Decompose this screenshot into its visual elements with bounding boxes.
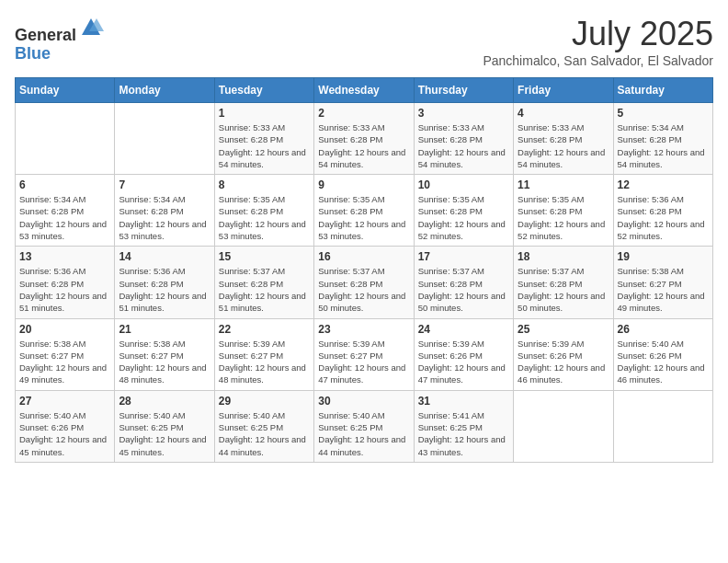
day-number: 23 (318, 323, 409, 336)
calendar-header-sunday: Sunday (16, 78, 115, 103)
calendar-cell: 12Sunrise: 5:36 AM Sunset: 6:28 PM Dayli… (613, 175, 712, 247)
day-detail: Sunrise: 5:39 AM Sunset: 6:27 PM Dayligh… (219, 338, 310, 386)
day-detail: Sunrise: 5:38 AM Sunset: 6:27 PM Dayligh… (119, 338, 210, 386)
calendar-header-friday: Friday (514, 78, 613, 103)
calendar-cell: 1Sunrise: 5:33 AM Sunset: 6:28 PM Daylig… (214, 103, 313, 175)
calendar-week-row: 20Sunrise: 5:38 AM Sunset: 6:27 PM Dayli… (16, 318, 713, 390)
day-detail: Sunrise: 5:40 AM Sunset: 6:26 PM Dayligh… (618, 338, 709, 386)
day-detail: Sunrise: 5:40 AM Sunset: 6:26 PM Dayligh… (19, 409, 110, 458)
calendar-cell (16, 103, 115, 175)
calendar-cell: 19Sunrise: 5:38 AM Sunset: 6:27 PM Dayli… (613, 247, 712, 318)
day-number: 27 (19, 395, 110, 408)
day-number: 5 (618, 107, 709, 120)
day-number: 25 (518, 323, 609, 336)
day-number: 9 (318, 178, 409, 191)
calendar-header-thursday: Thursday (414, 78, 513, 103)
day-detail: Sunrise: 5:35 AM Sunset: 6:28 PM Dayligh… (518, 193, 609, 242)
calendar-header-tuesday: Tuesday (214, 78, 313, 103)
day-detail: Sunrise: 5:33 AM Sunset: 6:28 PM Dayligh… (318, 121, 409, 170)
day-number: 18 (518, 250, 609, 263)
calendar-cell: 18Sunrise: 5:37 AM Sunset: 6:28 PM Dayli… (514, 247, 613, 318)
calendar-header-monday: Monday (115, 78, 214, 103)
day-number: 15 (219, 250, 310, 263)
day-detail: Sunrise: 5:33 AM Sunset: 6:28 PM Dayligh… (518, 121, 609, 170)
calendar-cell (115, 103, 214, 175)
calendar-week-row: 1Sunrise: 5:33 AM Sunset: 6:28 PM Daylig… (16, 103, 713, 175)
day-number: 28 (119, 395, 210, 408)
calendar-cell: 13Sunrise: 5:36 AM Sunset: 6:28 PM Dayli… (16, 247, 115, 318)
calendar-cell: 3Sunrise: 5:33 AM Sunset: 6:28 PM Daylig… (414, 103, 513, 175)
day-detail: Sunrise: 5:37 AM Sunset: 6:28 PM Dayligh… (219, 265, 310, 314)
calendar-cell: 30Sunrise: 5:40 AM Sunset: 6:25 PM Dayli… (314, 390, 414, 462)
day-detail: Sunrise: 5:34 AM Sunset: 6:28 PM Dayligh… (19, 193, 110, 242)
logo-icon (78, 15, 104, 40)
day-number: 19 (618, 250, 709, 263)
calendar-cell: 11Sunrise: 5:35 AM Sunset: 6:28 PM Dayli… (514, 175, 613, 247)
calendar-header-saturday: Saturday (613, 78, 712, 103)
day-number: 7 (119, 178, 210, 191)
calendar-cell: 8Sunrise: 5:35 AM Sunset: 6:28 PM Daylig… (214, 175, 313, 247)
calendar-cell: 26Sunrise: 5:40 AM Sunset: 6:26 PM Dayli… (613, 318, 712, 390)
day-detail: Sunrise: 5:35 AM Sunset: 6:28 PM Dayligh… (219, 193, 310, 242)
calendar-table: SundayMondayTuesdayWednesdayThursdayFrid… (15, 77, 713, 463)
day-number: 14 (119, 250, 210, 263)
day-number: 24 (418, 323, 509, 336)
day-number: 16 (318, 250, 409, 263)
calendar-cell (514, 390, 613, 462)
day-detail: Sunrise: 5:36 AM Sunset: 6:28 PM Dayligh… (119, 265, 210, 314)
calendar-cell: 31Sunrise: 5:41 AM Sunset: 6:25 PM Dayli… (414, 390, 513, 462)
day-number: 31 (418, 395, 509, 408)
logo-blue: Blue (15, 44, 51, 63)
day-detail: Sunrise: 5:35 AM Sunset: 6:28 PM Dayligh… (318, 193, 409, 242)
calendar-cell: 27Sunrise: 5:40 AM Sunset: 6:26 PM Dayli… (16, 390, 115, 462)
calendar-cell: 5Sunrise: 5:34 AM Sunset: 6:28 PM Daylig… (613, 103, 712, 175)
calendar-cell: 29Sunrise: 5:40 AM Sunset: 6:25 PM Dayli… (214, 390, 313, 462)
day-number: 20 (19, 323, 110, 336)
day-detail: Sunrise: 5:39 AM Sunset: 6:27 PM Dayligh… (318, 338, 409, 386)
day-detail: Sunrise: 5:41 AM Sunset: 6:25 PM Dayligh… (418, 409, 509, 458)
calendar-cell: 14Sunrise: 5:36 AM Sunset: 6:28 PM Dayli… (115, 247, 214, 318)
day-number: 22 (219, 323, 310, 336)
calendar-cell: 21Sunrise: 5:38 AM Sunset: 6:27 PM Dayli… (115, 318, 214, 390)
day-number: 12 (618, 178, 709, 191)
calendar-cell: 28Sunrise: 5:40 AM Sunset: 6:25 PM Dayli… (115, 390, 214, 462)
day-detail: Sunrise: 5:40 AM Sunset: 6:25 PM Dayligh… (119, 409, 210, 458)
day-detail: Sunrise: 5:35 AM Sunset: 6:28 PM Dayligh… (418, 193, 509, 242)
header: General Blue July 2025 Panchimalco, San … (15, 15, 713, 68)
calendar-cell: 7Sunrise: 5:34 AM Sunset: 6:28 PM Daylig… (115, 175, 214, 247)
day-number: 26 (618, 323, 709, 336)
day-number: 2 (318, 107, 409, 120)
day-number: 10 (418, 178, 509, 191)
logo-general: General (15, 26, 76, 44)
calendar-cell: 9Sunrise: 5:35 AM Sunset: 6:28 PM Daylig… (314, 175, 414, 247)
day-detail: Sunrise: 5:36 AM Sunset: 6:28 PM Dayligh… (19, 265, 110, 314)
day-number: 17 (418, 250, 509, 263)
day-number: 4 (518, 107, 609, 120)
day-number: 30 (318, 395, 409, 408)
day-detail: Sunrise: 5:33 AM Sunset: 6:28 PM Dayligh… (219, 121, 310, 170)
calendar-body: 1Sunrise: 5:33 AM Sunset: 6:28 PM Daylig… (16, 103, 713, 463)
day-number: 1 (219, 107, 310, 120)
day-detail: Sunrise: 5:33 AM Sunset: 6:28 PM Dayligh… (418, 121, 509, 170)
calendar-week-row: 13Sunrise: 5:36 AM Sunset: 6:28 PM Dayli… (16, 247, 713, 318)
calendar-cell: 15Sunrise: 5:37 AM Sunset: 6:28 PM Dayli… (214, 247, 313, 318)
day-detail: Sunrise: 5:36 AM Sunset: 6:28 PM Dayligh… (618, 193, 709, 242)
location-title: Panchimalco, San Salvador, El Salvador (483, 53, 713, 68)
logo: General Blue (15, 15, 104, 63)
day-detail: Sunrise: 5:38 AM Sunset: 6:27 PM Dayligh… (19, 338, 110, 386)
day-number: 29 (219, 395, 310, 408)
day-number: 8 (219, 178, 310, 191)
calendar-cell: 4Sunrise: 5:33 AM Sunset: 6:28 PM Daylig… (514, 103, 613, 175)
calendar-cell: 6Sunrise: 5:34 AM Sunset: 6:28 PM Daylig… (16, 175, 115, 247)
day-detail: Sunrise: 5:34 AM Sunset: 6:28 PM Dayligh… (119, 193, 210, 242)
day-detail: Sunrise: 5:34 AM Sunset: 6:28 PM Dayligh… (618, 121, 709, 170)
calendar-cell: 16Sunrise: 5:37 AM Sunset: 6:28 PM Dayli… (314, 247, 414, 318)
calendar-cell: 24Sunrise: 5:39 AM Sunset: 6:26 PM Dayli… (414, 318, 513, 390)
calendar-cell: 23Sunrise: 5:39 AM Sunset: 6:27 PM Dayli… (314, 318, 414, 390)
calendar-cell (613, 390, 712, 462)
day-detail: Sunrise: 5:37 AM Sunset: 6:28 PM Dayligh… (518, 265, 609, 314)
day-number: 21 (119, 323, 210, 336)
calendar-cell: 10Sunrise: 5:35 AM Sunset: 6:28 PM Dayli… (414, 175, 513, 247)
calendar-cell: 22Sunrise: 5:39 AM Sunset: 6:27 PM Dayli… (214, 318, 313, 390)
calendar-cell: 25Sunrise: 5:39 AM Sunset: 6:26 PM Dayli… (514, 318, 613, 390)
